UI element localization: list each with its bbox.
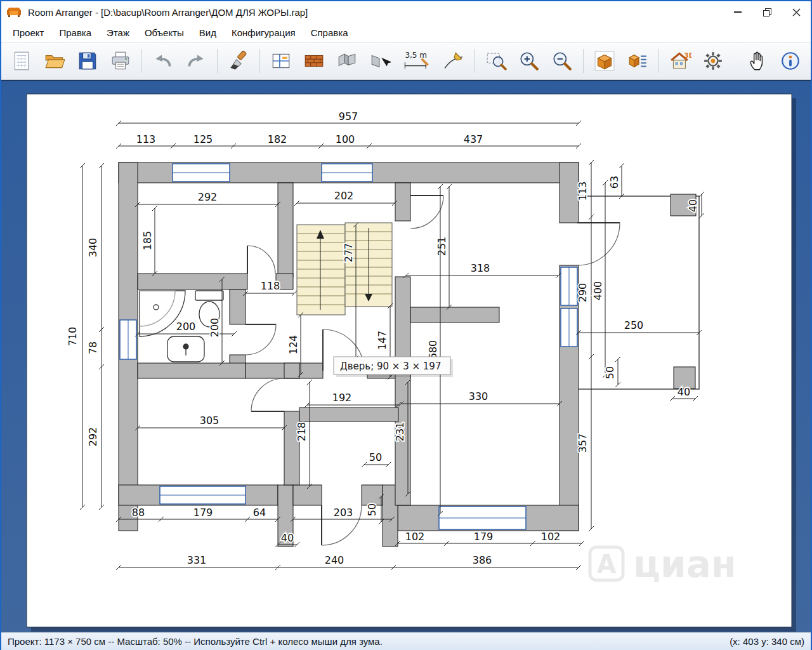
menu-help[interactable]: Справка: [303, 25, 356, 41]
open-project-button[interactable]: [39, 46, 70, 76]
svg-text:118: 118: [261, 280, 280, 292]
new-document-button[interactable]: [6, 46, 37, 76]
undo-button[interactable]: [148, 46, 178, 76]
window: [173, 164, 230, 182]
walls-3d-icon: [336, 50, 358, 72]
zoom-in-icon: [518, 50, 540, 72]
restore-button[interactable]: [752, 1, 782, 23]
bricks-button[interactable]: [299, 46, 329, 76]
svg-text:277: 277: [343, 243, 355, 263]
print-button[interactable]: [105, 46, 136, 76]
floor-plan-canvas[interactable]: А циан: [1, 81, 811, 632]
door-tooltip-text: Дверь; 90 × 3 × 197: [340, 361, 441, 372]
menu-project[interactable]: Проект: [5, 25, 51, 41]
redo-icon: [185, 50, 207, 72]
view-3d-button[interactable]: 3D: [665, 46, 695, 76]
svg-text:100: 100: [336, 133, 355, 145]
object-list-icon: [627, 50, 648, 72]
zoom-out-icon: [551, 50, 573, 72]
pan-hand-button[interactable]: [742, 46, 773, 76]
svg-text:147: 147: [376, 331, 388, 350]
paint-brush-button[interactable]: [223, 46, 254, 76]
status-coordinates: (x: 403 y: 340 см): [730, 636, 804, 647]
menu-floor[interactable]: Этаж: [99, 25, 137, 41]
svg-text:64: 64: [253, 507, 266, 519]
svg-text:50: 50: [366, 503, 378, 516]
app-icon-sofa: [6, 6, 23, 18]
info-button[interactable]: [775, 46, 806, 76]
wall: [230, 289, 246, 324]
wall: [284, 363, 299, 378]
svg-text:78: 78: [87, 342, 99, 354]
svg-text:292: 292: [87, 427, 99, 447]
object-list-button[interactable]: [622, 46, 653, 76]
zoom-in-button[interactable]: [514, 46, 544, 76]
svg-text:102: 102: [405, 531, 425, 543]
open-folder-icon: [44, 50, 65, 72]
watermark: А циан: [590, 543, 737, 586]
redo-button[interactable]: [181, 46, 211, 76]
minimize-icon: [734, 11, 742, 13]
svg-text:200: 200: [176, 321, 196, 333]
walkthrough-button[interactable]: [698, 46, 728, 76]
svg-text:203: 203: [334, 507, 353, 519]
svg-text:340: 340: [87, 238, 99, 258]
svg-text:250: 250: [624, 319, 644, 331]
svg-text:40: 40: [281, 532, 294, 544]
menu-edit[interactable]: Правка: [51, 25, 99, 41]
object-3d-button[interactable]: [589, 46, 620, 76]
stairs: [297, 223, 392, 315]
svg-text:290: 290: [577, 283, 589, 303]
minimize-button[interactable]: [723, 1, 752, 23]
room-arranger-window: Room Arranger - [D:\bacup\Room Arranger\…: [0, 0, 812, 650]
svg-text:3D: 3D: [684, 51, 691, 59]
svg-text:202: 202: [334, 190, 354, 202]
door-tooltip: Дверь; 90 × 3 × 197: [334, 357, 453, 377]
svg-text:240: 240: [325, 554, 344, 566]
canvas-area: А циан: [1, 80, 811, 632]
svg-text:386: 386: [473, 554, 492, 566]
toolbar: 3,5 m: [1, 42, 811, 80]
house-3d-icon: 3D: [669, 50, 691, 72]
menu-objects[interactable]: Объекты: [137, 25, 192, 41]
svg-text:40: 40: [687, 199, 699, 212]
svg-text:40: 40: [678, 386, 690, 398]
room-plan-icon: [270, 50, 292, 72]
wall: [395, 183, 410, 221]
menu-view[interactable]: Вид: [192, 25, 224, 41]
wall: [138, 274, 247, 289]
svg-text:331: 331: [187, 554, 207, 566]
zoom-out-button[interactable]: [547, 46, 577, 76]
measure-icon: 3,5 m: [402, 50, 431, 72]
svg-text:957: 957: [339, 110, 358, 123]
toolbar-separator: [583, 49, 584, 73]
status-left: Проект: 1173 × 750 см -- Масштаб: 50% --…: [8, 636, 383, 647]
svg-text:179: 179: [193, 507, 213, 519]
toolbar-separator: [475, 49, 475, 73]
draw-pen-button[interactable]: [438, 46, 469, 76]
menu-configuration[interactable]: Конфигурация: [224, 25, 303, 41]
svg-text:63: 63: [608, 176, 620, 189]
svg-text:251: 251: [436, 237, 448, 256]
wall: [138, 363, 246, 378]
wall-edit-button[interactable]: [365, 46, 395, 76]
zoom-region-button[interactable]: [481, 46, 511, 76]
svg-text:50: 50: [604, 366, 616, 379]
wall: [278, 183, 293, 277]
svg-text:124: 124: [287, 335, 299, 355]
window: [439, 507, 526, 529]
new-document-icon: [11, 50, 32, 72]
wall: [560, 162, 579, 223]
window: [561, 267, 577, 305]
measure-button[interactable]: 3,5 m: [398, 46, 436, 76]
zoom-region-icon: [485, 50, 507, 72]
window-title: Room Arranger - [D:\bacup\Room Arranger\…: [28, 7, 308, 18]
save-button[interactable]: [72, 46, 103, 76]
svg-text:305: 305: [200, 415, 219, 427]
bricks-icon: [303, 50, 325, 72]
wall: [395, 277, 410, 363]
window: [322, 164, 372, 182]
room-plan-button[interactable]: [266, 46, 296, 76]
walls-3d-button[interactable]: [332, 46, 362, 76]
close-button[interactable]: [782, 1, 811, 23]
